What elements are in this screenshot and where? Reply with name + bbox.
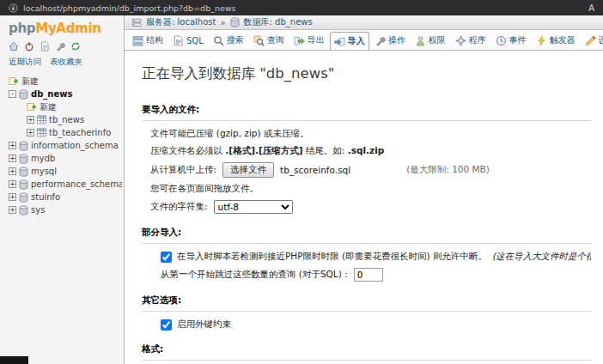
tree-item-label: performance_schema — [31, 179, 122, 189]
interrupt-label: 在导入时脚本若检测到接近PHP限时时限 (即需要花费很长时间) 则允许中断。 — [177, 251, 487, 263]
expand-expander-icon[interactable]: + — [27, 116, 34, 124]
tab-import[interactable]: 导入 — [330, 32, 369, 51]
tree-item-tb-news[interactable]: + tb_news — [3, 113, 122, 126]
section-other-options: 其它选项: 启用外键约束 — [142, 294, 591, 331]
home-icon[interactable] — [9, 41, 19, 52]
console-bar[interactable] — [0, 356, 28, 364]
database-icon — [19, 154, 28, 164]
database-icon — [19, 205, 28, 215]
breadcrumb-database-link[interactable]: 数据库: db_news — [244, 16, 313, 28]
tree-item-performance-schema[interactable]: + performance_schema — [3, 178, 122, 191]
tab-operations[interactable]: 操作 — [370, 31, 410, 50]
foreign-key-checkbox[interactable] — [161, 319, 172, 331]
database-icon — [19, 141, 28, 151]
export-icon — [294, 35, 305, 46]
tab-export[interactable]: 导出 — [289, 31, 329, 50]
tree-item-stuinfo[interactable]: + stuinfo — [3, 191, 122, 203]
app-window: phpMyAdmin 近期访问 表收藏夹 新建 - db_news — [0, 15, 603, 364]
tree-item-mysql[interactable]: + mysql — [3, 165, 122, 178]
site-info-lock-icon[interactable] — [9, 3, 18, 13]
upload-label: 从计算机中上传: — [150, 164, 216, 176]
tree-item-tb-teacherinfo[interactable]: + tb_teacherinfo — [3, 126, 122, 139]
refresh-icon[interactable] — [70, 41, 81, 52]
favorite-tables-tab[interactable]: 表收藏夹 — [50, 57, 82, 68]
tree-item-sys[interactable]: + sys — [3, 203, 122, 216]
settings-wrench-icon[interactable] — [55, 41, 65, 52]
breadcrumb: 服务器: localhost » 数据库: db_news — [125, 15, 603, 30]
skip-queries-row: 从第一个开始跳过这些数量的查询 (对于SQL) : — [161, 268, 591, 282]
events-clock-icon — [496, 35, 507, 46]
section-file-to-import: 要导入的文件: 文件可能已压缩 (gzip, zip) 或未压缩。 压缩文件名必… — [142, 104, 591, 214]
tab-label: 事件 — [509, 34, 527, 46]
tree-item-information-schema[interactable]: + information_schema — [3, 139, 122, 152]
charset-row: 文件的字符集: utf-8 — [150, 200, 591, 214]
recent-tables-tab[interactable]: 近期访问 — [9, 57, 41, 68]
tab-search[interactable]: 搜索 — [209, 31, 248, 50]
breadcrumb-server-link[interactable]: 服务器: localhost — [146, 16, 216, 28]
tree-item-label: mysql — [31, 167, 57, 176]
tree-item-label: tb_news — [49, 115, 84, 124]
allow-interrupt-checkbox[interactable] — [161, 252, 172, 263]
tab-structure[interactable]: 结构 — [128, 31, 168, 50]
skip-queries-label: 从第一个开始跳过这些数量的查询 (对于SQL) : — [161, 269, 348, 281]
tab-designer[interactable]: 设计器 — [581, 31, 603, 50]
section-heading-format: 格式: — [142, 343, 591, 361]
charset-select[interactable]: utf-8 — [214, 200, 293, 214]
search-icon — [213, 35, 224, 46]
database-icon — [19, 192, 28, 203]
page-title: 正在导入到数据库 "db_news" — [142, 64, 591, 83]
tree-item-mydb[interactable]: + mydb — [3, 152, 122, 165]
expand-expander-icon[interactable]: + — [9, 180, 16, 188]
new-table-icon — [27, 102, 37, 112]
upload-row: 从计算机中上传: 选择文件 tb_scoreinfo.sql (最大限制: 10… — [150, 162, 591, 178]
charset-label: 文件的字符集: — [150, 201, 208, 213]
browser-profile-button[interactable]: A — [588, 3, 594, 13]
tree-item-db-news[interactable]: - db_news — [3, 88, 122, 100]
phpmyadmin-logo[interactable]: phpMyAdmin — [0, 15, 124, 38]
database-icon — [19, 167, 28, 177]
choose-file-button[interactable]: 选择文件 — [222, 162, 274, 178]
tree-item-label: information_schema — [31, 141, 119, 150]
tab-routines[interactable]: 程序 — [451, 31, 490, 50]
tree-item-label: stuinfo — [31, 192, 60, 202]
collapse-expander-icon[interactable]: - — [9, 90, 16, 98]
tree-item-label: tb_teacherinfo — [49, 128, 111, 137]
section-heading-other: 其它选项: — [142, 294, 591, 312]
navigation-panel: phpMyAdmin 近期访问 表收藏夹 新建 - db_news — [0, 15, 125, 364]
expand-expander-icon[interactable]: + — [9, 206, 16, 214]
tab-sql[interactable]: SQL — [168, 32, 208, 50]
tab-label: 设计器 — [599, 34, 603, 46]
expand-expander-icon[interactable]: + — [9, 155, 16, 162]
tree-item-label: mydb — [31, 154, 55, 163]
browser-topbar: localhost/phpmyadmin/db_import.php?db=db… — [0, 0, 603, 15]
structure-icon — [132, 35, 143, 46]
address-bar-url[interactable]: localhost/phpmyadmin/db_import.php?db=db… — [23, 3, 236, 13]
expand-expander-icon[interactable]: + — [9, 142, 16, 149]
tab-privileges[interactable]: 权限 — [411, 31, 450, 50]
database-icon — [230, 17, 240, 27]
tab-label: 操作 — [388, 34, 405, 46]
privileges-user-icon — [415, 35, 426, 46]
table-icon — [37, 128, 46, 137]
section-heading-file: 要导入的文件: — [142, 104, 591, 121]
navigation-quick-tabs: 近期访问 表收藏夹 — [0, 56, 124, 73]
tab-query[interactable]: 查询 — [249, 31, 289, 50]
import-page: 正在导入到数据库 "db_news" 要导入的文件: 文件可能已压缩 (gzip… — [125, 51, 603, 364]
logout-icon[interactable] — [24, 41, 34, 52]
tree-item-new-table[interactable]: 新建 — [3, 100, 122, 113]
database-tree: 新建 - db_news 新建 + tb_news + tb_teacherin… — [0, 73, 124, 216]
tab-label: SQL — [186, 36, 204, 46]
expand-expander-icon[interactable]: + — [9, 167, 16, 175]
operations-wrench-icon — [375, 35, 386, 46]
docs-icon[interactable] — [40, 41, 50, 52]
tab-events[interactable]: 事件 — [491, 31, 531, 50]
tab-triggers[interactable]: 触发器 — [532, 31, 580, 50]
expand-expander-icon[interactable]: + — [9, 193, 16, 201]
tree-item-label: 新建 — [21, 76, 39, 88]
tree-item-new-database[interactable]: 新建 — [3, 75, 122, 88]
tab-label: 结构 — [146, 34, 163, 46]
expand-expander-icon[interactable]: + — [27, 129, 34, 136]
tab-label: 查询 — [267, 34, 284, 46]
query-icon — [253, 35, 265, 46]
skip-queries-input[interactable] — [354, 268, 383, 282]
